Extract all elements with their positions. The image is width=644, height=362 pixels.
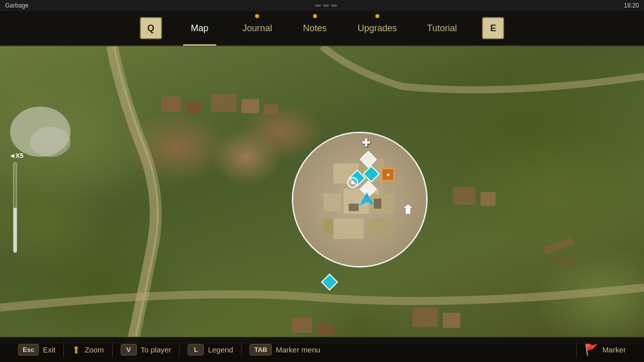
legend-label: Legend <box>208 345 233 354</box>
svg-rect-25 <box>374 199 381 209</box>
q-key-button[interactable]: Q <box>140 17 162 39</box>
svg-rect-0 <box>161 97 181 112</box>
tab-tutorial[interactable]: Tutorial <box>412 18 472 39</box>
svg-rect-6 <box>480 192 496 206</box>
e-key-button[interactable]: E <box>482 17 504 39</box>
legend-button[interactable]: L Legend <box>180 344 241 355</box>
svg-rect-14 <box>552 257 573 266</box>
tab-key: TAB <box>250 344 272 355</box>
system-time: 18:20 <box>624 2 639 9</box>
system-bar: Garbage 18:20 <box>0 0 644 11</box>
svg-rect-24 <box>349 204 359 211</box>
exit-button[interactable]: Esc Exit <box>10 344 63 355</box>
marker-diamond-1[interactable] <box>362 153 374 165</box>
zoom-label-bottom: Zoom <box>85 345 104 354</box>
svg-rect-8 <box>317 323 335 335</box>
marker-diamond-cyan-2[interactable] <box>365 168 377 180</box>
enemy-icon[interactable]: ★ <box>381 168 394 181</box>
player-icon[interactable] <box>359 192 375 210</box>
svg-rect-13 <box>543 237 575 254</box>
svg-rect-9 <box>413 308 438 327</box>
marker-menu-button[interactable]: TAB Marker menu <box>242 344 328 355</box>
zoom-indicator: ◄X5 <box>9 152 24 253</box>
to-player-button[interactable]: V To player <box>113 344 180 355</box>
zoom-fill <box>14 208 17 252</box>
navigation-bar: Q Map Journal Notes Upgrades Tutorial E <box>0 11 644 46</box>
l-key: L <box>188 344 204 355</box>
svg-rect-23 <box>324 219 334 234</box>
zoom-icon: ⬆ <box>72 344 80 356</box>
svg-rect-21 <box>334 219 364 239</box>
bottom-bar: Esc Exit ⬆ Zoom V To player L Legend TAB… <box>0 337 644 362</box>
svg-point-12 <box>30 127 70 157</box>
svg-rect-1 <box>186 102 201 114</box>
target-icon[interactable] <box>347 177 358 188</box>
svg-rect-10 <box>443 313 460 328</box>
notes-notification-dot <box>313 14 317 18</box>
tab-upgrades[interactable]: Upgrades <box>343 18 412 39</box>
nav-items: Q Map Journal Notes Upgrades Tutorial E <box>130 17 514 39</box>
tab-map[interactable]: Map <box>172 18 227 39</box>
zoom-bar[interactable] <box>13 162 17 253</box>
zoom-control[interactable]: ⬆ Zoom <box>64 344 112 356</box>
marker-icon: 🚩 <box>585 343 598 356</box>
svg-rect-3 <box>242 99 259 113</box>
to-player-label: To player <box>141 345 172 354</box>
exit-label: Exit <box>43 345 55 354</box>
zoom-label: ◄X5 <box>9 152 24 159</box>
tab-journal[interactable]: Journal <box>227 18 287 39</box>
marker-menu-label: Marker menu <box>276 345 320 354</box>
esc-key: Esc <box>18 344 39 355</box>
top-bar-center <box>315 5 337 7</box>
svg-rect-5 <box>453 187 475 205</box>
svg-rect-4 <box>264 104 278 115</box>
svg-rect-7 <box>292 318 312 333</box>
waypoint-arrow-icon[interactable] <box>402 203 414 217</box>
app-name: Garbage <box>5 2 29 9</box>
v-key: V <box>121 344 137 355</box>
svg-rect-2 <box>211 94 236 112</box>
map-area[interactable]: ◄X5 ✚ <box>0 46 644 344</box>
marker-label: Marker <box>602 345 626 354</box>
svg-marker-28 <box>403 204 413 214</box>
marker-button[interactable]: 🚩 Marker <box>577 343 634 356</box>
upgrades-notification-dot <box>375 14 379 18</box>
cross-icon: ✚ <box>362 137 370 149</box>
svg-rect-19 <box>324 194 341 211</box>
marker-diamond-outside[interactable] <box>324 276 336 288</box>
tab-notes[interactable]: Notes <box>287 18 343 39</box>
journal-notification-dot <box>255 14 259 18</box>
svg-rect-22 <box>369 219 391 236</box>
